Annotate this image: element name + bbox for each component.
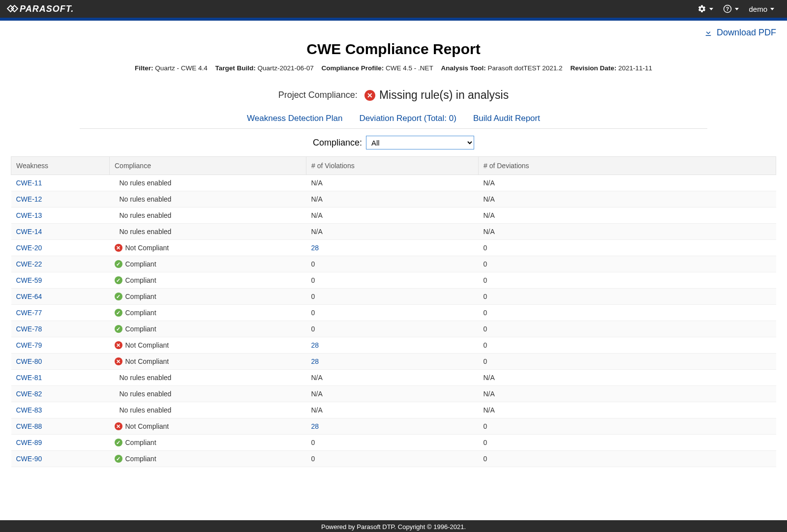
svg-text:?: ?: [726, 6, 729, 12]
check-icon: ✓: [115, 439, 122, 446]
violations-cell: 0: [306, 321, 479, 337]
weakness-link[interactable]: CWE-82: [16, 390, 42, 398]
col-weakness[interactable]: Weakness: [11, 157, 110, 175]
violations-cell: N/A: [306, 224, 479, 240]
compliance-cell: ✕Not Compliant: [110, 240, 306, 256]
table-row: CWE-80✕Not Compliant280: [11, 354, 776, 370]
compliance-cell: No rules enabled: [110, 370, 306, 386]
weakness-link[interactable]: CWE-80: [16, 357, 42, 365]
violations-link[interactable]: 28: [311, 357, 319, 365]
link-build-audit[interactable]: Build Audit Report: [473, 114, 540, 123]
table-row: CWE-82No rules enabledN/AN/A: [11, 386, 776, 402]
user-menu[interactable]: demo: [744, 5, 779, 13]
table-row: CWE-88✕Not Compliant280: [11, 418, 776, 435]
weakness-link[interactable]: CWE-78: [16, 325, 42, 333]
violations-cell: N/A: [306, 402, 479, 418]
weakness-link[interactable]: CWE-22: [16, 260, 42, 268]
weakness-link[interactable]: CWE-83: [16, 406, 42, 414]
col-compliance[interactable]: Compliance: [110, 157, 306, 175]
check-icon: ✓: [115, 276, 122, 284]
col-violations[interactable]: # of Violations: [306, 157, 479, 175]
deviations-cell: N/A: [479, 386, 776, 402]
table-row: CWE-59✓Compliant00: [11, 272, 776, 289]
table-row: CWE-78✓Compliant00: [11, 321, 776, 337]
link-deviation-report[interactable]: Deviation Report (Total: 0): [359, 114, 456, 123]
error-icon: ✕: [115, 357, 122, 365]
download-pdf-link[interactable]: Download PDF: [704, 28, 776, 38]
weakness-link[interactable]: CWE-20: [16, 244, 42, 252]
deviations-cell: 0: [479, 451, 776, 467]
weakness-link[interactable]: CWE-12: [16, 195, 42, 203]
deviations-cell: 0: [479, 418, 776, 435]
deviations-cell: N/A: [479, 402, 776, 418]
report-subnav: Weakness Detection Plan Deviation Report…: [11, 114, 776, 123]
violations-link[interactable]: 28: [311, 244, 319, 252]
error-icon: ✕: [364, 90, 375, 101]
download-icon: [704, 29, 713, 37]
link-weakness-plan[interactable]: Weakness Detection Plan: [247, 114, 342, 123]
deviations-cell: 0: [479, 289, 776, 305]
deviations-cell: 0: [479, 354, 776, 370]
violations-link[interactable]: 28: [311, 422, 319, 430]
violations-cell: 0: [306, 272, 479, 289]
deviations-cell: 0: [479, 435, 776, 451]
col-deviations[interactable]: # of Deviations: [479, 157, 776, 175]
brand-icon: [8, 5, 18, 13]
weakness-link[interactable]: CWE-11: [16, 179, 42, 187]
divider: [80, 128, 707, 129]
compliance-cell: No rules enabled: [110, 402, 306, 418]
compliance-cell: No rules enabled: [110, 191, 306, 207]
help-menu[interactable]: ?: [718, 4, 744, 13]
weakness-link[interactable]: CWE-89: [16, 439, 42, 446]
weakness-link[interactable]: CWE-90: [16, 455, 42, 463]
help-icon: ?: [723, 4, 732, 13]
violations-cell: 28: [306, 418, 479, 435]
weakness-link[interactable]: CWE-13: [16, 211, 42, 219]
chevron-down-icon: [770, 8, 774, 10]
deviations-cell: N/A: [479, 191, 776, 207]
chevron-down-icon: [735, 8, 739, 10]
gear-icon: [697, 4, 706, 13]
weakness-link[interactable]: CWE-59: [16, 276, 42, 284]
table-row: CWE-77✓Compliant00: [11, 305, 776, 321]
table-row: CWE-11No rules enabledN/AN/A: [11, 175, 776, 191]
error-icon: ✕: [115, 341, 122, 349]
violations-cell: 0: [306, 289, 479, 305]
deviations-cell: N/A: [479, 175, 776, 191]
violations-cell: N/A: [306, 386, 479, 402]
violations-cell: N/A: [306, 207, 479, 224]
footer-text: Powered by Parasoft DTP. Copyright © 199…: [321, 523, 466, 531]
meta-row: Filter: Quartz - CWE 4.4 Target Build: Q…: [11, 64, 776, 72]
table-row: CWE-14No rules enabledN/AN/A: [11, 224, 776, 240]
table-row: CWE-20✕Not Compliant280: [11, 240, 776, 256]
violations-cell: 0: [306, 256, 479, 272]
violations-link[interactable]: 28: [311, 341, 319, 349]
compliance-filter-select[interactable]: All: [366, 136, 474, 149]
project-compliance-label: Project Compliance:: [278, 90, 358, 100]
compliance-cell: ✕Not Compliant: [110, 354, 306, 370]
settings-menu[interactable]: [693, 4, 718, 13]
brand-logo[interactable]: PARASOFT.: [8, 4, 74, 14]
compliance-table: Weakness Compliance # of Violations # of…: [11, 156, 776, 467]
check-icon: ✓: [115, 325, 122, 333]
weakness-link[interactable]: CWE-64: [16, 293, 42, 300]
weakness-link[interactable]: CWE-79: [16, 341, 42, 349]
violations-cell: N/A: [306, 175, 479, 191]
weakness-link[interactable]: CWE-88: [16, 422, 42, 430]
compliance-cell: ✓Compliant: [110, 321, 306, 337]
project-compliance-status: Missing rule(s) in analysis: [379, 89, 509, 102]
table-row: CWE-90✓Compliant00: [11, 451, 776, 467]
weakness-link[interactable]: CWE-77: [16, 309, 42, 317]
table-row: CWE-12No rules enabledN/AN/A: [11, 191, 776, 207]
table-row: CWE-22✓Compliant00: [11, 256, 776, 272]
error-icon: ✕: [115, 422, 122, 430]
deviations-cell: 0: [479, 256, 776, 272]
weakness-link[interactable]: CWE-14: [16, 228, 42, 236]
weakness-link[interactable]: CWE-81: [16, 374, 42, 382]
compliance-cell: ✕Not Compliant: [110, 337, 306, 354]
violations-cell: 0: [306, 305, 479, 321]
table-row: CWE-13No rules enabledN/AN/A: [11, 207, 776, 224]
table-row: CWE-64✓Compliant00: [11, 289, 776, 305]
compliance-cell: ✓Compliant: [110, 451, 306, 467]
deviations-cell: N/A: [479, 370, 776, 386]
